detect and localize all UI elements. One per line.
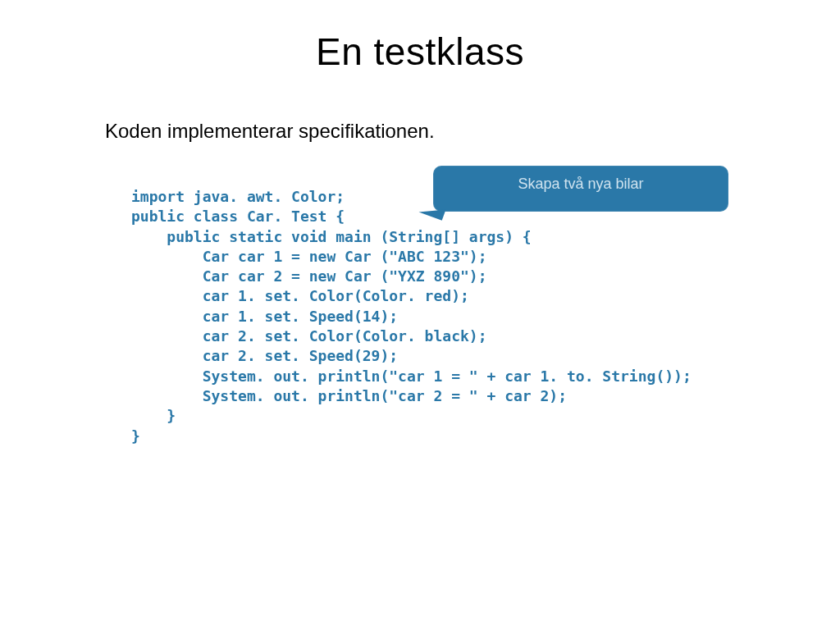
slide: En testklass Koden implementerar specifi… <box>0 0 840 630</box>
slide-subtitle: Koden implementerar specifikationen. <box>105 120 435 143</box>
slide-title: En testklass <box>0 30 840 74</box>
code-block: import java. awt. Color; public class Ca… <box>131 187 755 446</box>
code-content: import java. awt. Color; public class Ca… <box>131 187 755 446</box>
